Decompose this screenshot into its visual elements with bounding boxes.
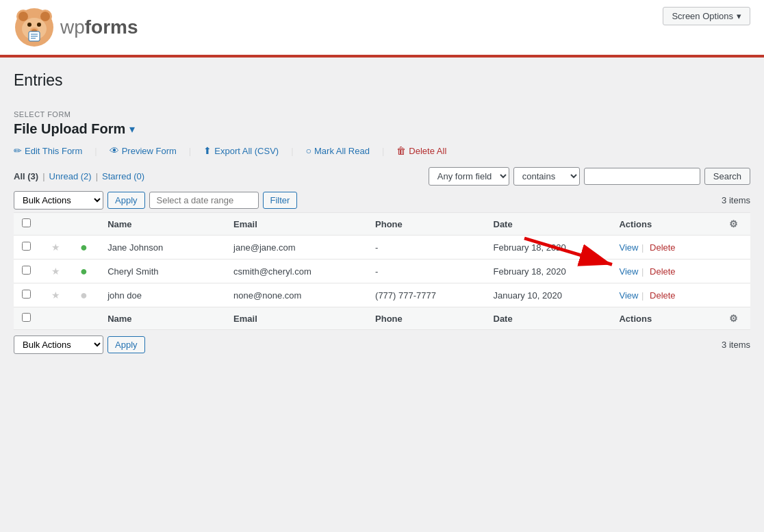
action-pipe: | [639, 266, 646, 277]
row-star-cell: ★ [43, 283, 73, 307]
row-checkbox-cell [14, 236, 43, 259]
screen-options-arrow-icon: ▾ [737, 11, 741, 21]
row-checkbox-2[interactable] [22, 290, 31, 299]
bulk-apply-bottom-button[interactable]: Apply [107, 336, 145, 353]
logo-forms: forms [85, 16, 138, 38]
bulk-actions-select-bottom[interactable]: Bulk Actions Delete Mark as Read Mark as… [14, 335, 103, 354]
row-checkbox-0[interactable] [22, 242, 31, 251]
row-name-cell: john doe [99, 283, 225, 307]
filters-top-row: All (3) | Unread (2) | Starred (0) Any f… [14, 167, 750, 186]
delete-link-0[interactable]: Delete [650, 242, 676, 253]
table-row: ★ ● Jane Johnson jane@jane.com - Februar… [14, 236, 750, 259]
row-gear-cell [721, 283, 750, 307]
items-count-bottom: 3 items [722, 340, 750, 350]
delete-all-link[interactable]: 🗑 Delete All [396, 145, 446, 156]
header-phone-col: Phone [367, 213, 485, 236]
footer-star-col [43, 307, 73, 330]
footer-name-col: Name [99, 307, 225, 330]
row-email-cell: csmith@cheryl.com [225, 259, 367, 283]
select-all-checkbox[interactable] [22, 218, 31, 227]
form-selector-dropdown-icon[interactable]: ▾ [129, 123, 135, 136]
header-checkbox-col [14, 213, 43, 236]
view-starred-link[interactable]: Starred (0) [102, 171, 144, 181]
eye-icon: 👁 [110, 145, 119, 156]
edit-form-link[interactable]: ✏ Edit This Form [14, 145, 82, 156]
row-name-cell: Jane Johnson [99, 236, 225, 259]
row-read-cell: ● [72, 283, 99, 307]
row-name-cell: Cheryl Smith [99, 259, 225, 283]
row-date-cell: February 18, 2020 [485, 236, 611, 259]
date-range-input[interactable] [149, 192, 259, 209]
header-name-col: Name [99, 213, 225, 236]
edit-form-label: Edit This Form [25, 146, 82, 156]
row-email-cell: none@none.com [225, 283, 367, 307]
main-content: Entries SELECT FORM File Upload Form ▾ ✏… [0, 58, 764, 368]
row-date-cell: February 18, 2020 [485, 259, 611, 283]
separator-4: | [382, 146, 384, 156]
header-actions-col: Actions [611, 213, 721, 236]
header-date-col[interactable]: Date [485, 213, 611, 236]
mark-all-read-label: Mark All Read [314, 146, 370, 156]
screen-options-button[interactable]: Screen Options ▾ [663, 7, 750, 25]
view-link-1[interactable]: View [619, 266, 638, 277]
svg-point-7 [37, 23, 41, 27]
site-header: wpforms Screen Options ▾ [0, 0, 764, 58]
star-icon[interactable]: ★ [51, 266, 60, 277]
row-email-cell: jane@jane.com [225, 236, 367, 259]
bulk-actions-bottom-row: Bulk Actions Delete Mark as Read Mark as… [14, 335, 750, 354]
header-read-col [72, 213, 99, 236]
search-button[interactable]: Search [704, 168, 750, 185]
form-selector[interactable]: File Upload Form ▾ [14, 121, 750, 137]
row-actions-cell: View | Delete [611, 259, 721, 283]
table-gear-icon[interactable]: ⚙ [729, 218, 738, 229]
table-row: ★ ● Cheryl Smith csmith@cheryl.com - Feb… [14, 259, 750, 283]
star-icon[interactable]: ★ [51, 242, 60, 253]
mark-all-read-link[interactable]: ○ Mark All Read [306, 145, 370, 156]
star-icon[interactable]: ★ [51, 290, 60, 301]
row-read-cell: ● [72, 236, 99, 259]
bulk-apply-top-button[interactable]: Apply [107, 192, 145, 209]
table-footer-row: Name Email Phone Date Actions ⚙ [14, 307, 750, 330]
search-input[interactable] [584, 168, 700, 185]
view-unread-link[interactable]: Unread (2) [49, 171, 92, 181]
export-label: Export All (CSV) [214, 146, 279, 156]
logo-wp: wp [60, 16, 85, 38]
filter-button[interactable]: Filter [263, 192, 298, 209]
search-filters: Any form field Name Email Phone contains… [429, 167, 750, 186]
form-actions-bar: ✏ Edit This Form | 👁 Preview Form | ⬆ Ex… [14, 145, 750, 156]
selected-form-name: File Upload Form [14, 121, 125, 137]
delete-link-2[interactable]: Delete [650, 290, 676, 301]
view-link-0[interactable]: View [619, 242, 638, 253]
form-field-select[interactable]: Any form field Name Email Phone [429, 167, 509, 186]
table-body: ★ ● Jane Johnson jane@jane.com - Februar… [14, 236, 750, 307]
bulk-actions-left: Bulk Actions Delete Mark as Read Mark as… [14, 191, 297, 210]
row-date-cell: January 10, 2020 [485, 283, 611, 307]
row-checkbox-1[interactable] [22, 266, 31, 275]
header-gear-col: ⚙ [721, 213, 750, 236]
read-indicator: ● [80, 264, 88, 278]
select-form-label: SELECT FORM [14, 110, 750, 118]
footer-gear-col: ⚙ [721, 307, 750, 330]
logo-text: wpforms [60, 16, 138, 38]
select-all-footer-checkbox[interactable] [22, 313, 31, 322]
delete-link-1[interactable]: Delete [650, 266, 676, 277]
bulk-actions-select-top[interactable]: Bulk Actions Delete Mark as Read Mark as… [14, 191, 103, 210]
header-email-col: Email [225, 213, 367, 236]
contains-select[interactable]: contains equals starts with [513, 167, 580, 186]
footer-email-col: Email [225, 307, 367, 330]
wp-logo: wpforms [14, 7, 138, 48]
view-link-2[interactable]: View [619, 290, 638, 301]
footer-phone-col: Phone [367, 307, 485, 330]
footer-actions-col: Actions [611, 307, 721, 330]
view-all-link[interactable]: All (3) [14, 171, 38, 181]
bulk-actions-bottom-left: Bulk Actions Delete Mark as Read Mark as… [14, 335, 145, 354]
preview-form-link[interactable]: 👁 Preview Form [110, 145, 177, 156]
export-icon: ⬆ [203, 145, 212, 156]
row-star-cell: ★ [43, 236, 73, 259]
row-checkbox-cell [14, 259, 43, 283]
table-footer-gear-icon[interactable]: ⚙ [729, 313, 738, 324]
export-csv-link[interactable]: ⬆ Export All (CSV) [203, 145, 279, 156]
row-actions-cell: View | Delete [611, 283, 721, 307]
row-phone-cell: - [367, 259, 485, 283]
row-gear-cell [721, 259, 750, 283]
